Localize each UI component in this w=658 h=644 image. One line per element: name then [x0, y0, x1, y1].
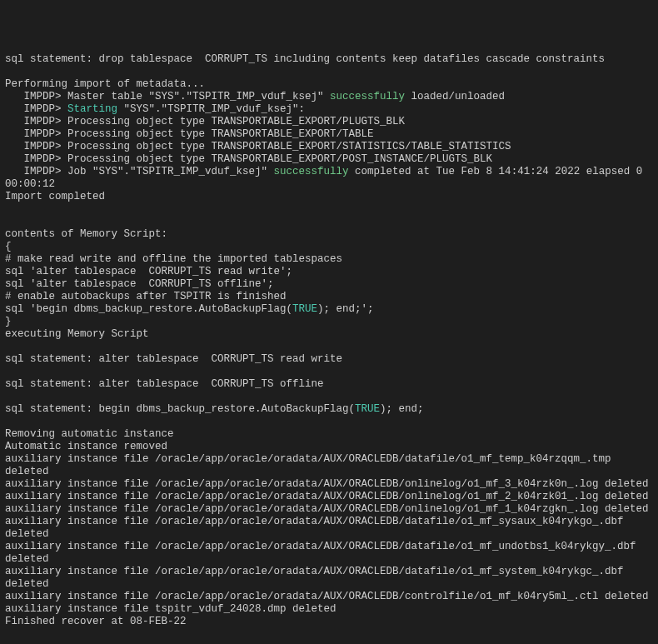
- terminal-text-segment: {: [5, 241, 12, 252]
- terminal-text-segment: IMPDP> Processing object type TRANSPORTA…: [5, 128, 374, 140]
- terminal-text-segment: TRUE: [355, 403, 380, 415]
- terminal-text-segment: successfully: [330, 91, 405, 102]
- terminal-text-segment: }: [5, 316, 12, 327]
- terminal-text-segment: successfully: [274, 166, 349, 177]
- terminal-text-segment: auxiliary instance file /oracle/app/orac…: [5, 591, 649, 602]
- terminal-text-segment: IMPDP> Processing object type TRANSPORTA…: [5, 116, 405, 127]
- terminal-output: sql statement: drop tablespace CORRUPT_T…: [5, 53, 653, 628]
- terminal-text-segment: Removing automatic instance: [5, 428, 174, 440]
- terminal-text-segment: auxiliary instance file /oracle/app/orac…: [5, 491, 649, 502]
- terminal-text-segment: auxiliary instance file /oracle/app/orac…: [5, 516, 630, 540]
- terminal-text-segment: Performing import of metadata...: [5, 78, 205, 90]
- terminal-text-segment: Finished recover at 08-FEB-22: [5, 616, 187, 627]
- terminal-text-segment: executing Memory Script: [5, 328, 149, 340]
- terminal-text-segment: Import completed: [5, 191, 105, 202]
- terminal-text-segment: IMPDP> Master table "SYS"."TSPITR_IMP_vd…: [5, 91, 330, 102]
- terminal-text-segment: IMPDP> Job "SYS"."TSPITR_IMP_vduf_ksej": [5, 166, 274, 177]
- terminal-text-segment: sql 'alter tablespace CORRUPT_TS offline…: [5, 278, 274, 290]
- terminal-text-segment: sql statement: begin dbms_backup_restore…: [5, 403, 355, 415]
- terminal-text-segment: sql 'begin dbms_backup_restore.AutoBacku…: [5, 303, 292, 315]
- terminal-text-segment: contents of Memory Script:: [5, 228, 167, 240]
- terminal-text-segment: ); end;: [380, 403, 424, 415]
- terminal-text-segment: IMPDP> Processing object type TRANSPORTA…: [5, 153, 492, 165]
- terminal-text-segment: auxiliary instance file /oracle/app/orac…: [5, 566, 630, 590]
- terminal-text-segment: auxiliary instance file /oracle/app/orac…: [5, 453, 617, 477]
- terminal-text-segment: loaded/unloaded: [405, 91, 505, 102]
- terminal-text-segment: auxiliary instance file /oracle/app/orac…: [5, 541, 642, 565]
- terminal-text-segment: sql statement: alter tablespace CORRUPT_…: [5, 353, 342, 365]
- terminal-text-segment: TRUE: [292, 303, 317, 315]
- terminal-text-segment: sql 'alter tablespace CORRUPT_TS read wr…: [5, 266, 292, 277]
- terminal-text-segment: IMPDP> Processing object type TRANSPORTA…: [5, 141, 511, 152]
- terminal-text-segment: IMPDP>: [5, 103, 67, 115]
- terminal-text-segment: auxiliary instance file /oracle/app/orac…: [5, 478, 649, 490]
- terminal-text-segment: Automatic instance removed: [5, 441, 167, 452]
- terminal-text-segment: sql statement: drop tablespace CORRUPT_T…: [5, 53, 605, 65]
- terminal-text-segment: # enable autobackups after TSPITR is fin…: [5, 291, 287, 302]
- terminal-text-segment: sql statement: alter tablespace CORRUPT_…: [5, 378, 324, 390]
- terminal-text-segment: auxiliary instance file tspitr_vduf_2402…: [5, 603, 336, 615]
- terminal-text-segment: auxiliary instance file /oracle/app/orac…: [5, 503, 649, 515]
- terminal-text-segment: Starting: [67, 103, 117, 115]
- terminal-text-segment: "SYS"."TSPITR_IMP_vduf_ksej":: [117, 103, 305, 115]
- terminal-text-segment: ); end;';: [317, 303, 374, 315]
- terminal-text-segment: # make read write and offline the import…: [5, 253, 342, 265]
